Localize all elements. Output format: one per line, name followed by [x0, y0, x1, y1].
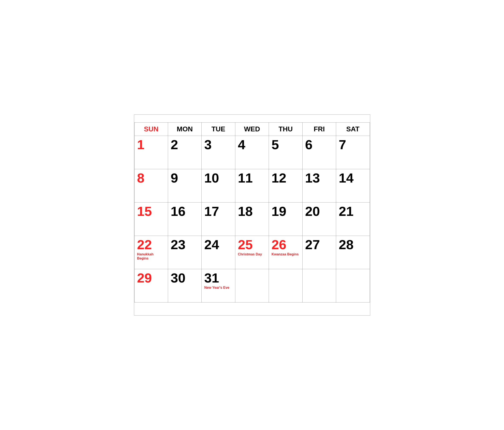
calendar-cell: 6: [302, 136, 336, 169]
calendar-cell: [235, 269, 269, 302]
calendar-cell: 26Kwanzaa Begins: [269, 236, 302, 269]
day-number: 20: [305, 205, 333, 218]
holiday-label: Hanukkah Begins: [137, 252, 165, 260]
holiday-label: Kwanzaa Begins: [271, 252, 300, 256]
day-number: 12: [271, 171, 300, 185]
calendar-cell: 28: [336, 236, 370, 269]
calendar-cell: 4: [235, 136, 269, 169]
footer-row: [134, 302, 370, 315]
calendar-cell: 19: [269, 202, 302, 236]
week-row-4: 22Hanukkah Begins232425Christmas Day26Kw…: [134, 236, 370, 269]
calendar-cell: 29: [134, 269, 168, 302]
calendar-cell: 27: [302, 236, 336, 269]
calendar-cell: 8: [134, 169, 168, 202]
calendar-cell: 20: [302, 202, 336, 236]
calendar-cell: 16: [168, 202, 201, 236]
column-header-sat: SAT: [336, 122, 370, 136]
day-number: 7: [339, 138, 367, 151]
column-header-tue: TUE: [202, 122, 235, 136]
day-number: 24: [204, 238, 232, 251]
calendar-cell: [269, 269, 302, 302]
week-row-2: 891011121314: [134, 169, 370, 202]
day-number: 4: [238, 138, 266, 151]
calendar-cell: 21: [336, 202, 370, 236]
calendar-cell: 22Hanukkah Begins: [134, 236, 168, 269]
calendar-cell: 14: [336, 169, 370, 202]
footer-cell: [134, 302, 370, 315]
holiday-label: New Year's Eve: [204, 285, 232, 290]
column-header-sun: SUN: [134, 122, 168, 136]
day-number: 3: [204, 138, 232, 151]
day-number: 31: [204, 271, 232, 285]
day-number: 17: [204, 205, 232, 218]
calendar-cell: 24: [202, 236, 235, 269]
day-number: 26: [271, 238, 300, 251]
day-number: 21: [339, 205, 367, 218]
calendar-cell: 9: [168, 169, 201, 202]
calendar-grid: SUNMONTUEWEDTHUFRISAT 123456789101112131…: [134, 122, 370, 315]
day-number: 15: [137, 205, 165, 218]
calendar-cell: 13: [302, 169, 336, 202]
day-number: 16: [171, 205, 199, 218]
calendar-cell: 1: [134, 136, 168, 169]
day-number: 5: [271, 138, 300, 151]
calendar-cell: 10: [202, 169, 235, 202]
column-header-thu: THU: [269, 122, 302, 136]
day-number: 14: [339, 171, 367, 185]
week-row-3: 15161718192021: [134, 202, 370, 236]
week-row-5: 293031New Year's Eve: [134, 269, 370, 302]
calendar-cell: 17: [202, 202, 235, 236]
calendar-cell: 18: [235, 202, 269, 236]
calendar-cell: 25Christmas Day: [235, 236, 269, 269]
column-header-fri: FRI: [302, 122, 336, 136]
calendar-cell: 30: [168, 269, 201, 302]
day-number: 22: [137, 238, 165, 251]
calendar-cell: 31New Year's Eve: [202, 269, 235, 302]
day-number: 6: [305, 138, 333, 151]
day-number: 11: [238, 171, 266, 185]
day-number: 30: [171, 271, 199, 285]
day-number: 9: [171, 171, 199, 185]
calendar-title: [134, 115, 370, 122]
calendar-cell: [302, 269, 336, 302]
day-number: 18: [238, 205, 266, 218]
day-number: 13: [305, 171, 333, 185]
day-number: 28: [339, 238, 367, 251]
calendar-cell: 15: [134, 202, 168, 236]
day-number: 1: [137, 138, 165, 151]
calendar-cell: 11: [235, 169, 269, 202]
day-number: 27: [305, 238, 333, 251]
column-header-wed: WED: [235, 122, 269, 136]
week-row-1: 1234567: [134, 136, 370, 169]
day-number: 25: [238, 238, 266, 251]
day-number: 29: [137, 271, 165, 285]
calendar-cell: 5: [269, 136, 302, 169]
column-header-mon: MON: [168, 122, 201, 136]
calendar-cell: 12: [269, 169, 302, 202]
calendar-cell: 3: [202, 136, 235, 169]
day-number: 23: [171, 238, 199, 251]
holiday-label: Christmas Day: [238, 252, 266, 256]
calendar-cell: 7: [336, 136, 370, 169]
day-number: 19: [271, 205, 300, 218]
day-number: 2: [171, 138, 199, 151]
day-number: 10: [204, 171, 232, 185]
calendar-cell: 2: [168, 136, 201, 169]
calendar-cell: 23: [168, 236, 201, 269]
calendar-container: SUNMONTUEWEDTHUFRISAT 123456789101112131…: [134, 114, 370, 316]
calendar-cell: [336, 269, 370, 302]
header-row: SUNMONTUEWEDTHUFRISAT: [134, 122, 370, 136]
day-number: 8: [137, 171, 165, 185]
